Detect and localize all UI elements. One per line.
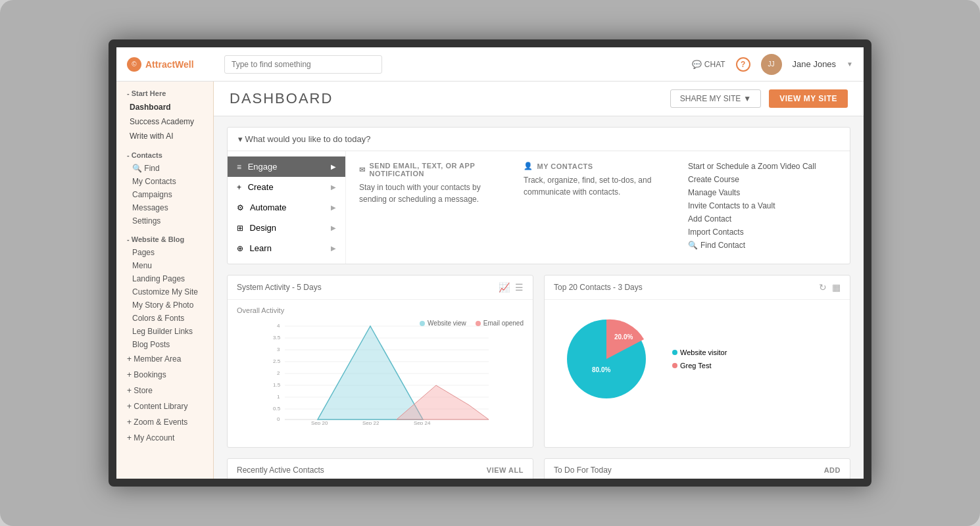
quick-link-course[interactable]: Create Course <box>688 175 837 184</box>
automate-chevron: ▶ <box>331 204 336 211</box>
top-contacts-header: Top 20 Contacts - 3 Days ↻ ▦ <box>545 275 850 300</box>
legend-label-visitor: Website visitor <box>680 348 727 356</box>
sidebar-item-menu[interactable]: Menu <box>116 259 213 272</box>
chart-header-icons: 📈 ☰ <box>499 282 524 293</box>
engage-chevron: ▶ <box>331 163 336 170</box>
sidebar-item-colors-fonts[interactable]: Colors & Fonts <box>116 312 213 325</box>
quick-link-import[interactable]: Import Contacts <box>688 227 837 237</box>
recently-active-header: Recently Active Contacts VIEW ALL <box>228 459 533 479</box>
pie-chart-svg: 80.0% 20.0% <box>554 306 659 412</box>
sidebar-website-header[interactable]: - Website & Blog <box>116 227 213 246</box>
logo-text: AttractWell <box>145 59 194 70</box>
system-activity-chart: System Activity - 5 Days 📈 ☰ Overall Act… <box>227 275 533 448</box>
sidebar-item-success-academy[interactable]: Success Academy <box>116 114 213 129</box>
pie-legend: Website visitor Greg Test <box>672 348 727 370</box>
add-button[interactable]: ADD <box>824 466 841 474</box>
svg-text:Sep 22: Sep 22 <box>362 420 380 425</box>
my-contacts-block: 👤 MY CONTACTS Track, organize, find, set… <box>524 162 672 253</box>
action-engage[interactable]: ≡ Engage ▶ <box>228 156 345 177</box>
create-chevron: ▶ <box>331 183 336 191</box>
sidebar-item-leg-builder[interactable]: Leg Builder Links <box>116 325 213 338</box>
page-title: DASHBOARD <box>230 90 333 107</box>
sidebar-store[interactable]: + Store <box>116 383 213 398</box>
share-my-site-button[interactable]: SHARE MY SITE ▼ <box>670 89 761 108</box>
svg-text:0.5: 0.5 <box>273 406 281 412</box>
svg-text:3.5: 3.5 <box>273 335 281 341</box>
sidebar-item-write-ai[interactable]: Write with AI <box>116 129 213 143</box>
top-contacts-title: Top 20 Contacts - 3 Days <box>554 283 643 292</box>
sidebar-my-account[interactable]: + My Account <box>116 430 213 446</box>
svg-marker-18 <box>318 326 423 419</box>
sidebar-item-my-contacts[interactable]: My Contacts <box>116 175 213 188</box>
dashboard-content: ▾ What would you like to do today? ≡ Eng… <box>214 116 864 479</box>
quick-link-zoom[interactable]: Start or Schedule a Zoom Video Call <box>688 162 837 171</box>
quick-link-add-contact[interactable]: Add Contact <box>688 214 837 224</box>
learn-chevron: ▶ <box>331 245 336 252</box>
todo-card: To Do For Today ADD <box>544 458 850 479</box>
quick-links: Start or Schedule a Zoom Video Call Crea… <box>688 162 837 253</box>
svg-text:2.5: 2.5 <box>273 358 281 364</box>
todo-header: To Do For Today ADD <box>545 459 850 479</box>
top-bar-right: 💬 CHAT ? JJ Jane Jones ▼ <box>692 54 853 75</box>
sidebar-content-library[interactable]: + Content Library <box>116 398 213 414</box>
quick-link-find[interactable]: 🔍 Find Contact <box>688 241 837 250</box>
content-library-label: + Content Library <box>127 402 187 411</box>
action-design[interactable]: ⊞ Design ▶ <box>228 218 345 238</box>
user-dropdown-icon[interactable]: ▼ <box>846 60 853 68</box>
sidebar-item-landing-pages[interactable]: Landing Pages <box>116 272 213 285</box>
sidebar-item-story-photo[interactable]: My Story & Photo <box>116 299 213 312</box>
legend-label-website: Website view <box>428 320 466 327</box>
view-my-site-button[interactable]: VIEW MY SITE <box>769 89 848 108</box>
table-icon[interactable]: ☰ <box>515 282 524 293</box>
sidebar-item-messages[interactable]: Messages <box>116 201 213 214</box>
action-learn[interactable]: ⊕ Learn ▶ <box>228 238 345 258</box>
help-icon[interactable]: ? <box>736 57 750 72</box>
what-todo-body: ≡ Engage ▶ + Create ▶ ⚙ Automate ▶ <box>228 151 850 264</box>
sidebar-item-find[interactable]: 🔍 Find <box>116 162 213 175</box>
store-label: + Store <box>127 386 153 395</box>
sidebar-bookings[interactable]: + Bookings <box>116 367 213 383</box>
quick-link-vaults[interactable]: Manage Vaults <box>688 188 837 197</box>
quick-link-invite-vault[interactable]: Invite Contacts to a Vault <box>688 201 837 210</box>
sidebar-item-settings[interactable]: Settings <box>116 214 213 227</box>
line-chart-icon[interactable]: 📈 <box>499 282 510 293</box>
sidebar-zoom-events[interactable]: + Zoom & Events <box>116 414 213 430</box>
what-todo-header[interactable]: ▾ What would you like to do today? <box>228 128 850 151</box>
sidebar-item-blog-posts[interactable]: Blog Posts <box>116 338 213 351</box>
refresh-icon[interactable]: ↻ <box>819 282 827 293</box>
bottom-row: Recently Active Contacts VIEW ALL To Do … <box>227 458 850 479</box>
action-create[interactable]: + Create ▶ <box>228 177 345 197</box>
top-contacts-body: 80.0% 20.0% Website visitor <box>545 300 850 421</box>
chat-button[interactable]: 💬 CHAT <box>692 60 725 69</box>
svg-text:Sep 20: Sep 20 <box>311 420 328 425</box>
automate-icon: ⚙ <box>237 203 244 212</box>
sidebar-contacts-header[interactable]: - Contacts <box>116 143 213 162</box>
table-icon2[interactable]: ▦ <box>832 282 841 293</box>
sidebar-item-customize[interactable]: Customize My Site <box>116 285 213 299</box>
search-input[interactable] <box>224 55 382 74</box>
legend-email-opened: Email opened <box>476 320 524 327</box>
sidebar-start-here-header[interactable]: - Start Here <box>116 82 213 100</box>
system-activity-title: System Activity - 5 Days <box>237 283 322 292</box>
design-chevron: ▶ <box>331 224 336 231</box>
design-icon: ⊞ <box>237 224 243 233</box>
svg-text:1.5: 1.5 <box>273 382 281 388</box>
svg-text:1: 1 <box>277 394 280 400</box>
sidebar-item-dashboard[interactable]: Dashboard <box>116 100 213 114</box>
legend-dot-website <box>420 321 425 326</box>
legend-website-visitor: Website visitor <box>672 348 727 356</box>
legend-website-view: Website view <box>420 320 466 327</box>
what-todo-widget: ▾ What would you like to do today? ≡ Eng… <box>227 127 850 264</box>
view-all-button[interactable]: VIEW ALL <box>487 466 524 474</box>
share-chevron-icon: ▼ <box>743 94 751 103</box>
system-activity-body: Overall Activity Website view <box>228 300 533 447</box>
sidebar-item-pages[interactable]: Pages <box>116 246 213 259</box>
user-name[interactable]: Jane Jones <box>793 59 837 69</box>
find-icon: 🔍 <box>688 241 698 250</box>
sidebar-member-area[interactable]: + Member Area <box>116 351 213 367</box>
main-header: DASHBOARD SHARE MY SITE ▼ VIEW MY SITE <box>214 82 864 116</box>
bookings-label: + Bookings <box>127 370 166 379</box>
action-automate[interactable]: ⚙ Automate ▶ <box>228 197 345 218</box>
legend-greg-test: Greg Test <box>672 362 727 370</box>
sidebar-item-campaigns[interactable]: Campaigns <box>116 188 213 201</box>
